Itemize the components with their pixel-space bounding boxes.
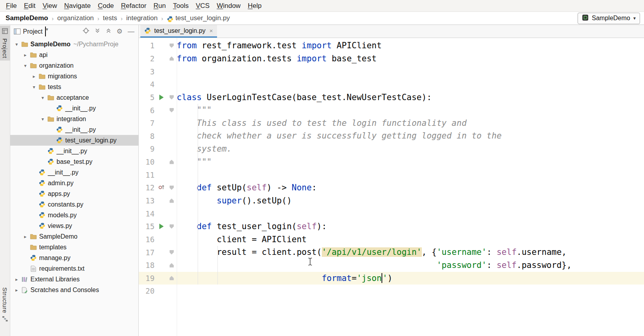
chevron-right-icon[interactable]: ▸	[13, 277, 21, 282]
tree-item-templates[interactable]: templates	[10, 242, 138, 252]
line-number: 6	[139, 106, 156, 115]
code-line[interactable]: 15 def test_user_login(self):	[139, 220, 644, 233]
chevron-right-icon[interactable]: ▸	[30, 74, 38, 79]
expand-all-icon[interactable]	[94, 28, 100, 35]
tree-item-organization[interactable]: ▾organization	[10, 60, 138, 71]
code-line[interactable]: 1from rest_framework.test import APIClie…	[139, 39, 644, 52]
code-line[interactable]: 12 def setUp(self) -> None:	[139, 181, 644, 194]
settings-gear-icon[interactable]: ⚙	[117, 28, 123, 35]
tree-item-init-py[interactable]: __init__.py	[10, 124, 138, 135]
fold-marker[interactable]	[170, 250, 174, 254]
code-line[interactable]: 19 format='json')	[139, 272, 644, 285]
chevron-down-icon[interactable]: ▾	[21, 63, 29, 68]
menu-item-edit[interactable]: Edit	[20, 1, 39, 11]
menu-item-window[interactable]: Window	[213, 1, 244, 11]
code-line[interactable]: 11	[139, 168, 644, 181]
collapse-all-icon[interactable]	[106, 28, 111, 35]
code-line[interactable]: 10 """	[139, 156, 644, 169]
code-line[interactable]: 20	[139, 285, 644, 298]
tool-button-project[interactable]: Project	[0, 26, 10, 61]
gutter: 6	[139, 104, 177, 117]
code-line[interactable]: 7 This class is used to test the login f…	[139, 117, 644, 130]
chevron-down-icon[interactable]: ▾	[45, 27, 46, 36]
tree-item-init-py[interactable]: __init__.py	[10, 103, 138, 114]
tree-item-constants-py[interactable]: constants.py	[10, 199, 138, 210]
menu-item-vcs[interactable]: VCS	[192, 1, 213, 11]
chevron-down-icon[interactable]: ▾	[13, 42, 21, 47]
tree-item-views-py[interactable]: views.py	[10, 220, 138, 231]
menu-item-code[interactable]: Code	[94, 1, 117, 11]
locate-file-icon[interactable]	[83, 27, 89, 36]
fold-marker[interactable]	[170, 56, 174, 61]
tree-item-external-libraries[interactable]: ▸External Libraries	[10, 274, 138, 285]
code-line[interactable]: 16 client = APIClient	[139, 233, 644, 246]
close-icon[interactable]: ×	[210, 27, 213, 34]
menu-item-navigate[interactable]: Navigate	[60, 1, 94, 11]
breadcrumb-item-test-user-login-py[interactable]: test_user_login.py	[176, 14, 230, 22]
tree-item-admin-py[interactable]: admin.py	[10, 178, 138, 188]
run-icon[interactable]	[159, 224, 164, 229]
code-line[interactable]: 14	[139, 207, 644, 220]
code-line[interactable]: 4	[139, 78, 644, 91]
code-line[interactable]: 3	[139, 65, 644, 78]
code-line[interactable]: 8 check whether a user is successfully g…	[139, 129, 644, 142]
code-editor[interactable]: 1from rest_framework.test import APIClie…	[139, 38, 644, 336]
tab-test-user-login[interactable]: test_user_login.py ×	[140, 25, 217, 38]
fold-marker[interactable]	[170, 160, 174, 164]
tree-item-integration[interactable]: ▾integration	[10, 114, 138, 124]
menu-item-view[interactable]: View	[39, 1, 61, 11]
breadcrumb-item-integration[interactable]: integration	[126, 14, 157, 22]
tree-item-models-py[interactable]: models.py	[10, 210, 138, 220]
fold-marker[interactable]	[170, 263, 174, 268]
tree-item-base-test-py[interactable]: base_test.py	[10, 156, 138, 167]
tool-button-structure[interactable]: Structure	[0, 285, 10, 326]
tree-item-tests[interactable]: ▾tests	[10, 82, 138, 92]
code-line[interactable]: 5class UserLoginTestCase(base_test.NewUs…	[139, 91, 644, 104]
chevron-down-icon[interactable]: ▾	[39, 116, 47, 122]
code-line[interactable]: 18 'password': self.password},	[139, 259, 644, 272]
menu-item-run[interactable]: Run	[150, 1, 169, 11]
fold-marker[interactable]	[170, 276, 174, 280]
breadcrumb-item-organization[interactable]: organization	[57, 14, 94, 22]
tree-item-scratches-and-consoles[interactable]: ▸Scratches and Consoles	[10, 285, 138, 295]
tree-item-apps-py[interactable]: apps.py	[10, 188, 138, 199]
menu-item-refactor[interactable]: Refactor	[117, 1, 150, 11]
chevron-right-icon[interactable]: ▸	[21, 52, 29, 58]
fold-marker[interactable]	[170, 186, 174, 190]
tree-item-migrations[interactable]: ▸migrations	[10, 71, 138, 82]
chevron-right-icon[interactable]: ▸	[13, 287, 21, 293]
chevron-down-icon[interactable]: ▾	[39, 95, 47, 101]
fold-marker[interactable]	[170, 224, 174, 229]
tree-item-api[interactable]: ▸api	[10, 49, 138, 60]
override-method-icon[interactable]	[158, 184, 165, 192]
breadcrumb-item-tests[interactable]: tests	[103, 14, 117, 22]
tree-item-label: Scratches and Consoles	[30, 287, 99, 294]
tree-item-sampledemo[interactable]: ▸SampleDemo	[10, 231, 138, 242]
fold-marker[interactable]	[170, 44, 174, 48]
menu-item-file[interactable]: File	[2, 1, 20, 11]
hide-panel-icon[interactable]: —	[128, 28, 134, 35]
code-line[interactable]: 9 system.	[139, 142, 644, 156]
fold-marker[interactable]	[170, 95, 174, 99]
fold-marker[interactable]	[170, 199, 174, 203]
breadcrumb-item-sampledemo[interactable]: SampleDemo	[6, 14, 48, 22]
tree-item-manage-py[interactable]: manage.py	[10, 252, 138, 263]
run-configuration-selector[interactable]: SampleDemo ▾	[578, 13, 640, 24]
run-icon[interactable]	[159, 95, 164, 100]
menu-item-help[interactable]: Help	[244, 1, 265, 11]
tree-item-sampledemo[interactable]: ▾SampleDemo~/PycharmProje	[10, 39, 138, 49]
tree-item-acceptance[interactable]: ▾acceptance	[10, 92, 138, 103]
tree-item-requirements-txt[interactable]: requirements.txt	[10, 263, 138, 274]
menu-item-tools[interactable]: Tools	[170, 1, 193, 11]
chevron-right-icon[interactable]: ▸	[21, 234, 29, 239]
code-line[interactable]: 2from organization.tests import base_tes…	[139, 52, 644, 65]
tree-item-init-py[interactable]: __init__.py	[10, 146, 138, 156]
tree-item-init-py[interactable]: __init__.py	[10, 167, 138, 178]
fold-marker[interactable]	[170, 108, 174, 112]
code-line[interactable]: 6 """	[139, 104, 644, 117]
project-panel-title[interactable]: Project	[23, 28, 43, 35]
chevron-down-icon[interactable]: ▾	[30, 84, 38, 90]
tree-item-test-user-login-py[interactable]: test_user_login.py	[10, 135, 138, 146]
code-line[interactable]: 13 super().setUp()	[139, 194, 644, 207]
code-line[interactable]: 17 result = client.post('/api/v1/user/lo…	[139, 246, 644, 259]
